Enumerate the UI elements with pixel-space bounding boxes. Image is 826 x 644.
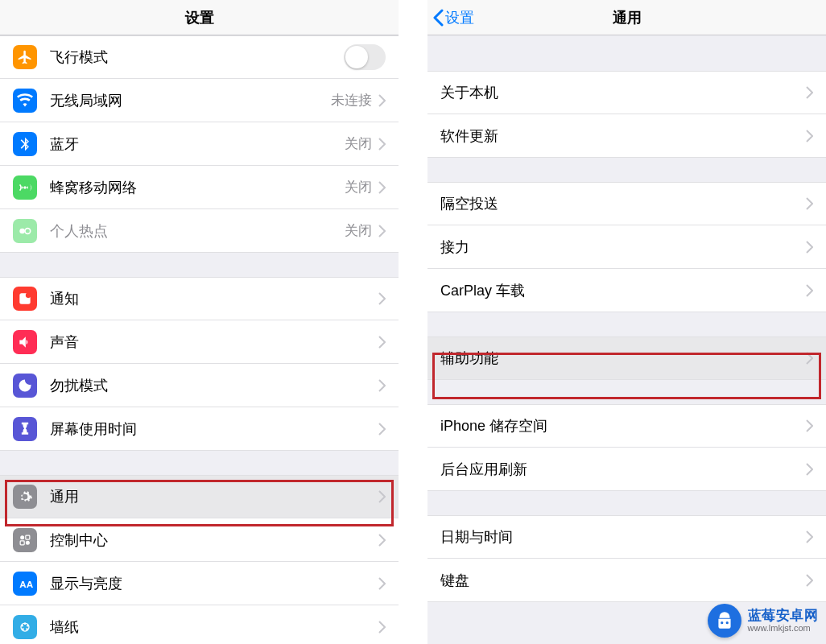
chevron-right-icon (378, 577, 386, 590)
row-airplane-mode[interactable]: 飞行模式 (0, 35, 399, 79)
row-keyboard[interactable]: 键盘 (427, 559, 826, 602)
row-label: iPhone 储存空间 (440, 416, 806, 436)
cellular-icon (13, 175, 37, 200)
page-title: 设置 (185, 8, 214, 27)
chevron-right-icon (806, 419, 813, 432)
row-about[interactable]: 关于本机 (427, 71, 826, 114)
chevron-right-icon (378, 181, 386, 194)
row-label: 关于本机 (440, 83, 806, 102)
back-button[interactable]: 设置 (432, 0, 474, 35)
watermark-url: www.lmkjst.com (748, 623, 819, 633)
svg-point-4 (20, 535, 24, 539)
row-label: 飞行模式 (50, 47, 344, 67)
row-software-update[interactable]: 软件更新 (427, 114, 826, 158)
row-iphone-storage[interactable]: iPhone 储存空间 (427, 404, 826, 448)
svg-point-0 (19, 228, 25, 233)
svg-point-3 (26, 293, 31, 299)
dnd-icon (13, 374, 37, 398)
settings-panel: 设置 飞行模式 无线局域网 未连接 蓝牙 关闭 (0, 0, 399, 644)
svg-rect-6 (26, 535, 30, 539)
row-notifications[interactable]: 通知 (0, 277, 399, 320)
row-display[interactable]: AA 显示与亮度 (0, 562, 399, 605)
row-label: 声音 (50, 332, 378, 352)
general-panel: 设置 通用 关于本机 软件更新 隔空投送 接力 (427, 0, 826, 644)
row-wallpaper[interactable]: 墙纸 (0, 605, 399, 644)
row-handoff[interactable]: 接力 (427, 225, 826, 269)
row-label: 软件更新 (440, 126, 806, 146)
row-accessibility[interactable]: 辅助功能 (427, 336, 826, 380)
row-background-refresh[interactable]: 后台应用刷新 (427, 448, 826, 491)
svg-point-11 (27, 625, 29, 627)
row-controlcenter[interactable]: 控制中心 (0, 518, 399, 562)
display-icon: AA (13, 572, 37, 596)
svg-point-1 (25, 228, 31, 233)
row-label: 后台应用刷新 (440, 460, 806, 479)
svg-point-14 (21, 625, 23, 627)
chevron-right-icon (806, 86, 813, 99)
chevron-right-icon (378, 292, 386, 305)
general-group-4: iPhone 储存空间 后台应用刷新 (427, 404, 826, 491)
wallpaper-icon (13, 615, 37, 639)
row-label: 通用 (50, 487, 378, 506)
chevron-right-icon (806, 284, 813, 297)
svg-point-13 (22, 628, 24, 630)
row-hotspot[interactable]: 个人热点 关闭 (0, 209, 399, 253)
sounds-icon (13, 330, 37, 354)
row-label: 辅助功能 (440, 349, 806, 368)
row-bluetooth[interactable]: 蓝牙 关闭 (0, 122, 399, 166)
settings-group-notifications: 通知 声音 勿扰模式 屏幕使用时间 (0, 277, 399, 451)
page-title: 通用 (613, 8, 642, 27)
chevron-right-icon (378, 379, 386, 392)
row-value: 关闭 (345, 221, 372, 240)
svg-point-5 (26, 540, 30, 544)
row-wifi[interactable]: 无线局域网 未连接 (0, 79, 399, 122)
row-general[interactable]: 通用 (0, 475, 399, 518)
notifications-icon (13, 287, 37, 311)
row-label: 日期与时间 (440, 527, 806, 547)
row-label: 蜂窝移动网络 (50, 178, 345, 197)
svg-rect-7 (20, 540, 24, 544)
row-airdrop[interactable]: 隔空投送 (427, 182, 826, 225)
general-group-1: 关于本机 软件更新 (427, 71, 826, 158)
row-carplay[interactable]: CarPlay 车载 (427, 269, 826, 312)
row-label: 勿扰模式 (50, 376, 378, 395)
screentime-icon (13, 417, 37, 441)
row-value: 未连接 (331, 91, 372, 109)
navbar-settings: 设置 (0, 0, 399, 35)
back-label: 设置 (445, 8, 474, 27)
airplane-toggle[interactable] (344, 44, 386, 70)
svg-point-10 (24, 622, 27, 625)
row-screentime[interactable]: 屏幕使用时间 (0, 407, 399, 451)
general-icon (13, 485, 37, 509)
watermark-logo-icon (708, 604, 741, 638)
watermark-name: 蓝莓安卓网 (748, 609, 819, 624)
row-label: 显示与亮度 (50, 574, 378, 593)
row-label: 屏幕使用时间 (50, 419, 378, 439)
row-label: 个人热点 (50, 221, 345, 241)
general-group-2: 隔空投送 接力 CarPlay 车载 (427, 182, 826, 312)
row-label: 无线局域网 (50, 91, 331, 110)
controlcenter-icon (13, 528, 37, 552)
chevron-right-icon (806, 130, 813, 142)
wifi-icon (13, 89, 37, 113)
row-value: 关闭 (345, 134, 372, 153)
row-dnd[interactable]: 勿扰模式 (0, 364, 399, 407)
settings-group-connectivity: 飞行模式 无线局域网 未连接 蓝牙 关闭 蜂窝移动网络 关闭 (0, 35, 399, 253)
row-date-time[interactable]: 日期与时间 (427, 515, 826, 559)
chevron-right-icon (806, 574, 813, 587)
row-label: 隔空投送 (440, 194, 806, 213)
row-label: 通知 (50, 289, 378, 308)
row-sounds[interactable]: 声音 (0, 320, 399, 364)
navbar-general: 设置 通用 (427, 0, 826, 35)
settings-group-general: 通用 控制中心 AA 显示与亮度 墙纸 (0, 475, 399, 644)
svg-text:AA: AA (19, 579, 33, 589)
chevron-right-icon (806, 352, 813, 365)
row-cellular[interactable]: 蜂窝移动网络 关闭 (0, 166, 399, 209)
chevron-right-icon (806, 463, 813, 476)
chevron-right-icon (378, 534, 386, 547)
chevron-right-icon (378, 225, 386, 237)
chevron-right-icon (378, 336, 386, 349)
row-label: 蓝牙 (50, 134, 345, 154)
chevron-right-icon (378, 423, 386, 436)
row-label: 控制中心 (50, 530, 378, 550)
